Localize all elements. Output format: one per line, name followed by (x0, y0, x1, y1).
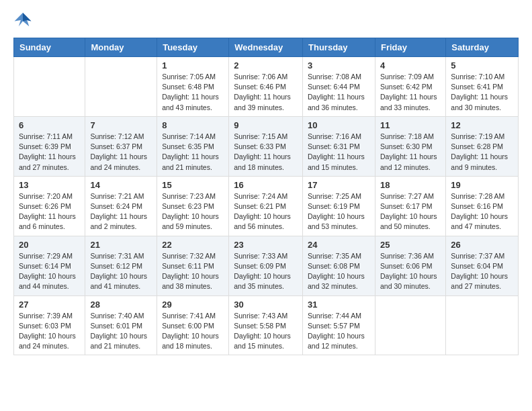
empty-cell (375, 295, 445, 355)
day-info: Sunrise: 7:27 AMSunset: 6:17 PMDaylight:… (380, 191, 441, 232)
day-info: Sunrise: 7:35 AMSunset: 6:08 PMDaylight:… (308, 251, 370, 292)
day-info: Sunrise: 7:39 AMSunset: 6:03 PMDaylight:… (19, 311, 80, 352)
day-info: Sunrise: 7:44 AMSunset: 5:57 PMDaylight:… (308, 311, 370, 352)
day-number: 5 (451, 60, 513, 71)
logo-bird-icon (13, 11, 32, 30)
day-cell-11: 11Sunrise: 7:18 AMSunset: 6:30 PMDayligh… (375, 116, 445, 176)
day-info: Sunrise: 7:08 AMSunset: 6:44 PMDaylight:… (308, 72, 370, 113)
weekday-header-row: SundayMondayTuesdayWednesdayThursdayFrid… (14, 38, 519, 57)
day-number: 23 (234, 240, 298, 250)
day-info: Sunrise: 7:16 AMSunset: 6:31 PMDaylight:… (308, 132, 370, 173)
day-info: Sunrise: 7:24 AMSunset: 6:21 PMDaylight:… (234, 191, 298, 232)
day-cell-8: 8Sunrise: 7:14 AMSunset: 6:35 PMDaylight… (157, 116, 229, 176)
day-cell-13: 13Sunrise: 7:20 AMSunset: 6:26 PMDayligh… (14, 176, 85, 236)
day-number: 19 (451, 180, 513, 190)
day-number: 12 (451, 120, 513, 130)
day-number: 30 (234, 300, 298, 310)
day-number: 14 (90, 180, 152, 190)
day-number: 3 (308, 60, 370, 71)
day-cell-15: 15Sunrise: 7:23 AMSunset: 6:23 PMDayligh… (157, 176, 229, 236)
day-number: 28 (90, 300, 152, 310)
day-cell-26: 26Sunrise: 7:37 AMSunset: 6:04 PMDayligh… (446, 236, 519, 295)
day-info: Sunrise: 7:33 AMSunset: 6:09 PMDaylight:… (234, 251, 298, 292)
day-info: Sunrise: 7:36 AMSunset: 6:06 PMDaylight:… (380, 251, 441, 292)
day-number: 6 (19, 120, 80, 130)
day-cell-20: 20Sunrise: 7:29 AMSunset: 6:14 PMDayligh… (14, 236, 85, 295)
day-cell-24: 24Sunrise: 7:35 AMSunset: 6:08 PMDayligh… (303, 236, 375, 295)
day-number: 8 (162, 120, 224, 130)
day-info: Sunrise: 7:28 AMSunset: 6:16 PMDaylight:… (451, 191, 513, 232)
empty-cell (14, 57, 85, 117)
day-number: 7 (90, 120, 152, 130)
weekday-header-thursday: Thursday (303, 38, 375, 57)
day-info: Sunrise: 7:10 AMSunset: 6:41 PMDaylight:… (451, 72, 513, 113)
day-info: Sunrise: 7:15 AMSunset: 6:33 PMDaylight:… (234, 132, 298, 173)
day-info: Sunrise: 7:41 AMSunset: 6:00 PMDaylight:… (162, 311, 224, 352)
day-number: 24 (308, 240, 370, 250)
day-cell-18: 18Sunrise: 7:27 AMSunset: 6:17 PMDayligh… (375, 176, 445, 236)
day-info: Sunrise: 7:23 AMSunset: 6:23 PMDaylight:… (162, 191, 224, 232)
day-cell-22: 22Sunrise: 7:32 AMSunset: 6:11 PMDayligh… (157, 236, 229, 295)
day-number: 21 (90, 240, 152, 250)
day-cell-10: 10Sunrise: 7:16 AMSunset: 6:31 PMDayligh… (303, 116, 375, 176)
day-info: Sunrise: 7:21 AMSunset: 6:24 PMDaylight:… (90, 191, 152, 232)
day-number: 18 (380, 180, 441, 190)
day-info: Sunrise: 7:14 AMSunset: 6:35 PMDaylight:… (162, 132, 224, 173)
day-cell-2: 2Sunrise: 7:06 AMSunset: 6:46 PMDaylight… (229, 57, 303, 117)
svg-marker-1 (23, 13, 31, 21)
day-info: Sunrise: 7:40 AMSunset: 6:01 PMDaylight:… (90, 311, 152, 352)
day-number: 17 (308, 180, 370, 190)
day-cell-12: 12Sunrise: 7:19 AMSunset: 6:28 PMDayligh… (446, 116, 519, 176)
day-cell-4: 4Sunrise: 7:09 AMSunset: 6:42 PMDaylight… (375, 57, 445, 117)
day-number: 1 (162, 60, 224, 71)
day-number: 13 (19, 180, 80, 190)
day-number: 10 (308, 120, 370, 130)
weekday-header-monday: Monday (85, 38, 157, 57)
day-cell-16: 16Sunrise: 7:24 AMSunset: 6:21 PMDayligh… (229, 176, 303, 236)
day-number: 9 (234, 120, 298, 130)
day-cell-7: 7Sunrise: 7:12 AMSunset: 6:37 PMDaylight… (85, 116, 157, 176)
weekday-header-wednesday: Wednesday (229, 38, 303, 57)
weekday-header-sunday: Sunday (14, 38, 85, 57)
week-row-2: 6Sunrise: 7:11 AMSunset: 6:39 PMDaylight… (14, 116, 519, 176)
day-cell-5: 5Sunrise: 7:10 AMSunset: 6:41 PMDaylight… (446, 57, 519, 117)
day-info: Sunrise: 7:43 AMSunset: 5:58 PMDaylight:… (234, 311, 298, 352)
day-number: 15 (162, 180, 224, 190)
week-row-3: 13Sunrise: 7:20 AMSunset: 6:26 PMDayligh… (14, 176, 519, 236)
week-row-4: 20Sunrise: 7:29 AMSunset: 6:14 PMDayligh… (14, 236, 519, 295)
day-number: 31 (308, 300, 370, 310)
day-info: Sunrise: 7:11 AMSunset: 6:39 PMDaylight:… (19, 132, 80, 173)
day-cell-27: 27Sunrise: 7:39 AMSunset: 6:03 PMDayligh… (14, 295, 85, 355)
day-info: Sunrise: 7:09 AMSunset: 6:42 PMDaylight:… (380, 72, 441, 113)
day-number: 27 (19, 300, 80, 310)
day-info: Sunrise: 7:06 AMSunset: 6:46 PMDaylight:… (234, 72, 298, 113)
logo (13, 11, 35, 30)
weekday-header-tuesday: Tuesday (157, 38, 229, 57)
day-cell-30: 30Sunrise: 7:43 AMSunset: 5:58 PMDayligh… (229, 295, 303, 355)
day-info: Sunrise: 7:05 AMSunset: 6:48 PMDaylight:… (162, 72, 224, 113)
day-number: 25 (380, 240, 441, 250)
week-row-1: 1Sunrise: 7:05 AMSunset: 6:48 PMDaylight… (14, 57, 519, 117)
day-info: Sunrise: 7:31 AMSunset: 6:12 PMDaylight:… (90, 251, 152, 292)
day-info: Sunrise: 7:12 AMSunset: 6:37 PMDaylight:… (90, 132, 152, 173)
day-cell-31: 31Sunrise: 7:44 AMSunset: 5:57 PMDayligh… (303, 295, 375, 355)
day-cell-6: 6Sunrise: 7:11 AMSunset: 6:39 PMDaylight… (14, 116, 85, 176)
day-info: Sunrise: 7:37 AMSunset: 6:04 PMDaylight:… (451, 251, 513, 292)
day-number: 20 (19, 240, 80, 250)
day-number: 4 (380, 60, 441, 71)
day-number: 16 (234, 180, 298, 190)
week-row-5: 27Sunrise: 7:39 AMSunset: 6:03 PMDayligh… (14, 295, 519, 355)
page: SundayMondayTuesdayWednesdayThursdayFrid… (0, 0, 532, 369)
day-cell-3: 3Sunrise: 7:08 AMSunset: 6:44 PMDaylight… (303, 57, 375, 117)
day-info: Sunrise: 7:19 AMSunset: 6:28 PMDaylight:… (451, 132, 513, 173)
day-cell-29: 29Sunrise: 7:41 AMSunset: 6:00 PMDayligh… (157, 295, 229, 355)
day-cell-17: 17Sunrise: 7:25 AMSunset: 6:19 PMDayligh… (303, 176, 375, 236)
empty-cell (446, 295, 519, 355)
day-info: Sunrise: 7:32 AMSunset: 6:11 PMDaylight:… (162, 251, 224, 292)
weekday-header-saturday: Saturday (446, 38, 519, 57)
day-number: 22 (162, 240, 224, 250)
day-cell-19: 19Sunrise: 7:28 AMSunset: 6:16 PMDayligh… (446, 176, 519, 236)
day-cell-23: 23Sunrise: 7:33 AMSunset: 6:09 PMDayligh… (229, 236, 303, 295)
day-info: Sunrise: 7:25 AMSunset: 6:19 PMDaylight:… (308, 191, 370, 232)
calendar-table: SundayMondayTuesdayWednesdayThursdayFrid… (13, 38, 519, 355)
